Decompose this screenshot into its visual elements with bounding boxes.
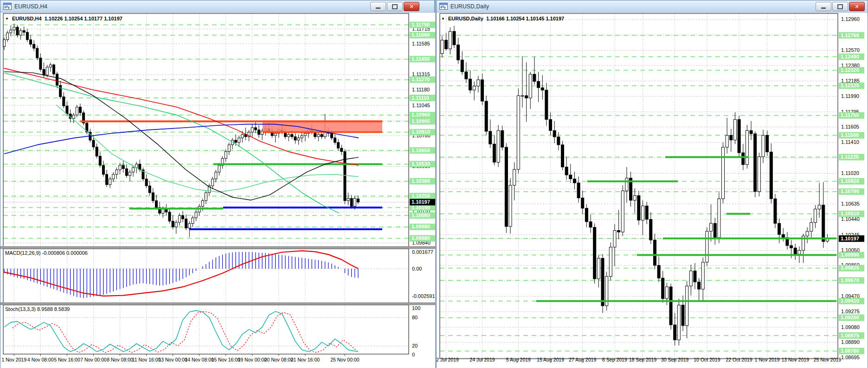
svg-text:1.11110: 1.11110 <box>411 95 429 101</box>
high-value: 1.10254 <box>506 16 525 21</box>
low-value: 1.10177 <box>84 16 103 21</box>
svg-text:19 Nov 00:00: 19 Nov 00:00 <box>238 357 267 362</box>
svg-text:1.09410: 1.09410 <box>841 298 859 303</box>
open-value: 1.10226 <box>45 16 63 21</box>
svg-text:5 Aug 2019: 5 Aug 2019 <box>506 357 531 362</box>
panel-border <box>3 249 409 303</box>
svg-text:1.12490: 1.12490 <box>841 54 859 59</box>
svg-text:1.10250: 1.10250 <box>411 193 430 199</box>
stoch-axis-0: 0 <box>412 352 415 357</box>
stoch-axis-80: 80 <box>412 315 418 320</box>
svg-text:25 Nov 2019: 25 Nov 2019 <box>814 357 842 362</box>
svg-text:1.12960: 1.12960 <box>841 16 860 22</box>
svg-text:1.11585: 1.11585 <box>412 41 430 46</box>
restore-button[interactable] <box>387 2 403 11</box>
chart-info-line[interactable]: ▼ EURUSD,Daily 1.10166 1.10254 1.10145 1… <box>441 16 564 21</box>
solid-level-lines <box>536 157 836 301</box>
svg-text:1.11020: 1.11020 <box>841 170 859 176</box>
svg-text:1.10440: 1.10440 <box>841 216 860 222</box>
svg-text:1.09980: 1.09980 <box>411 224 430 229</box>
window-title: EURUSD,H4 <box>14 3 47 10</box>
panel-border <box>440 13 838 359</box>
symbol-label: EURUSD,Daily <box>448 16 483 21</box>
panel-separator <box>0 246 435 249</box>
svg-text:1.11605: 1.11605 <box>841 124 859 129</box>
svg-text:22 Oct 2019: 22 Oct 2019 <box>726 357 752 362</box>
titlebar[interactable]: EURUSD,Daily ✕ <box>437 0 868 13</box>
minimize-button[interactable] <box>370 2 386 11</box>
svg-text:1.12320: 1.12320 <box>841 67 859 73</box>
svg-text:1.10905: 1.10905 <box>411 118 430 124</box>
svg-text:1.10380: 1.10380 <box>411 178 430 184</box>
svg-text:7 Nov 00:00: 7 Nov 00:00 <box>80 357 107 362</box>
price-axis: 1.129601.125701.123801.121851.119901.117… <box>839 16 864 360</box>
svg-text:1.10790: 1.10790 <box>841 188 859 194</box>
svg-text:10 Oct 2019: 10 Oct 2019 <box>694 357 720 362</box>
svg-text:12 Jul 2019: 12 Jul 2019 <box>437 357 459 362</box>
window-title: EURUSD,Daily <box>450 3 489 10</box>
close-button[interactable]: ✕ <box>849 2 865 11</box>
restore-icon <box>837 4 843 9</box>
svg-text:1.08890: 1.08890 <box>841 339 860 345</box>
chevron-down-icon[interactable]: ▼ <box>5 17 9 21</box>
svg-text:1.09200: 1.09200 <box>841 315 859 320</box>
open-value: 1.10166 <box>486 16 505 21</box>
daily-chart-canvas[interactable]: 1.129601.125701.123801.121851.119901.117… <box>437 13 868 368</box>
svg-text:1.10650: 1.10650 <box>411 148 430 153</box>
chevron-down-icon[interactable]: ▼ <box>441 17 445 21</box>
svg-text:1.12125: 1.12125 <box>841 83 859 88</box>
svg-text:1.11500: 1.11500 <box>841 132 859 138</box>
svg-text:1.10197: 1.10197 <box>411 199 430 205</box>
svg-text:20 Nov 08:00: 20 Nov 08:00 <box>264 357 294 362</box>
svg-text:13 Nov 00:00: 13 Nov 00:00 <box>158 357 187 362</box>
svg-text:1.09275: 1.09275 <box>841 309 860 314</box>
svg-text:1.10810: 1.10810 <box>411 129 430 135</box>
supply-zone <box>263 121 382 132</box>
svg-text:25 Nov 00:00: 25 Nov 00:00 <box>330 357 360 362</box>
chart-window-icon <box>439 3 448 10</box>
panel-border <box>3 305 409 354</box>
svg-text:1.11660: 1.11660 <box>411 32 430 38</box>
svg-text:30 Sep 2019: 30 Sep 2019 <box>661 357 689 362</box>
desktop: { "windows": [ { "title": "EURUSD,H4", "… <box>0 0 868 368</box>
macd-axis-min: -0.002591 <box>412 293 435 299</box>
close-icon: ✕ <box>855 4 859 9</box>
candlesticks[interactable] <box>441 26 829 346</box>
chart-window-icon <box>3 3 12 10</box>
svg-text:18 Sep 2019: 18 Sep 2019 <box>629 357 657 362</box>
svg-text:1.11270: 1.11270 <box>411 77 430 82</box>
macd-axis-max: 0.001677 <box>412 249 433 255</box>
symbol-label: EURUSD,H4 <box>12 16 42 21</box>
ma-green-slow <box>4 73 339 213</box>
chart-window-eurusd-h4[interactable]: EURUSD,H4 ✕ 1.117151.115851.113151.11180… <box>0 0 435 368</box>
svg-text:1.10080: 1.10080 <box>411 213 430 218</box>
svg-text:15 Aug 2019: 15 Aug 2019 <box>537 357 564 362</box>
svg-text:11 Nov 16:00: 11 Nov 16:00 <box>132 357 161 362</box>
svg-text:1.11045: 1.11045 <box>412 103 430 108</box>
chart-area[interactable]: 1.129601.125701.123801.121851.119901.117… <box>437 13 868 368</box>
svg-text:1.11990: 1.11990 <box>841 93 859 99</box>
titlebar[interactable]: EURUSD,H4 ✕ <box>0 0 434 13</box>
stoch-axis-100: 100 <box>412 305 420 311</box>
restore-icon <box>392 4 398 9</box>
svg-text:13 Nov 2019: 13 Nov 2019 <box>781 357 809 362</box>
svg-text:1.09880: 1.09880 <box>411 235 430 241</box>
restore-button[interactable] <box>832 2 848 11</box>
chart-info-line[interactable]: ▼ EURUSD,H4 1.10226 1.10254 1.10177 1.10… <box>5 16 122 21</box>
svg-text:1.10635: 1.10635 <box>841 201 860 207</box>
svg-text:27 Aug 2019: 27 Aug 2019 <box>569 357 596 362</box>
svg-text:1.10920: 1.10920 <box>841 178 859 184</box>
minimize-button[interactable] <box>816 2 831 11</box>
svg-text:21 Nov 16:00: 21 Nov 16:00 <box>291 357 320 362</box>
chart-area[interactable]: 1.117151.115851.113151.111801.110451.107… <box>0 13 435 368</box>
close-value: 1.10197 <box>546 16 564 21</box>
h4-chart-canvas[interactable]: 1.117151.115851.113151.111801.110451.107… <box>0 13 435 368</box>
time-axis[interactable]: 1 Nov 20194 Nov 08:005 Nov 16:007 Nov 00… <box>2 354 360 362</box>
close-icon: ✕ <box>409 4 413 9</box>
svg-text:1.09670: 1.09670 <box>841 278 859 283</box>
close-button[interactable]: ✕ <box>404 2 419 11</box>
macd-label: MACD(12,26,9) -0.000806 0.000006 <box>5 250 88 256</box>
svg-text:1.11225: 1.11225 <box>841 154 859 160</box>
chart-window-eurusd-daily[interactable]: EURUSD,Daily ✕ 1.129601.125701.123801.12… <box>436 0 868 368</box>
high-value: 1.10254 <box>64 16 83 21</box>
